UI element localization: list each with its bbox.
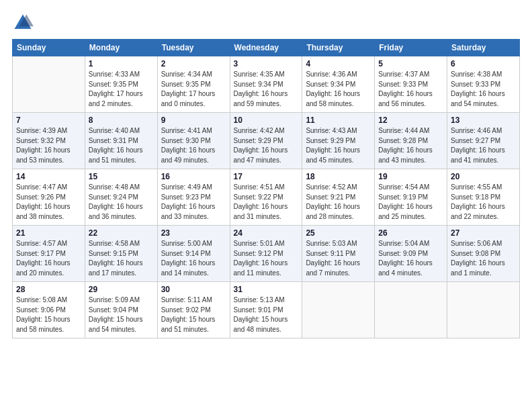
day-of-week-header: Monday bbox=[85, 40, 157, 56]
day-number: 2 bbox=[161, 59, 226, 68]
day-info: Sunrise: 5:04 AM Sunset: 9:09 PM Dayligh… bbox=[378, 239, 443, 278]
day-info: Sunrise: 4:51 AM Sunset: 9:22 PM Dayligh… bbox=[234, 183, 299, 222]
day-info: Sunrise: 4:41 AM Sunset: 9:30 PM Dayligh… bbox=[161, 126, 226, 165]
logo bbox=[12, 12, 36, 34]
day-of-week-header: Sunday bbox=[13, 40, 85, 56]
calendar-cell bbox=[302, 282, 375, 338]
calendar-week-row: 1Sunrise: 4:33 AM Sunset: 9:35 PM Daylig… bbox=[13, 56, 520, 113]
day-info: Sunrise: 5:09 AM Sunset: 9:04 PM Dayligh… bbox=[89, 295, 154, 334]
day-number: 4 bbox=[306, 59, 371, 68]
day-number: 13 bbox=[451, 116, 516, 125]
day-number: 31 bbox=[234, 285, 299, 294]
calendar-cell: 28Sunrise: 5:08 AM Sunset: 9:06 PM Dayli… bbox=[13, 282, 85, 338]
day-number: 20 bbox=[451, 172, 516, 181]
calendar-cell: 13Sunrise: 4:46 AM Sunset: 9:27 PM Dayli… bbox=[447, 113, 520, 169]
day-number: 5 bbox=[378, 59, 443, 68]
day-info: Sunrise: 5:01 AM Sunset: 9:12 PM Dayligh… bbox=[234, 239, 299, 278]
day-info: Sunrise: 4:57 AM Sunset: 9:17 PM Dayligh… bbox=[16, 239, 81, 278]
day-info: Sunrise: 5:13 AM Sunset: 9:01 PM Dayligh… bbox=[234, 295, 299, 334]
calendar-cell: 26Sunrise: 5:04 AM Sunset: 9:09 PM Dayli… bbox=[375, 226, 447, 282]
day-number: 25 bbox=[306, 228, 371, 238]
calendar-cell: 10Sunrise: 4:42 AM Sunset: 9:29 PM Dayli… bbox=[230, 113, 302, 169]
calendar-cell: 3Sunrise: 4:35 AM Sunset: 9:34 PM Daylig… bbox=[230, 56, 302, 113]
calendar-cell: 16Sunrise: 4:49 AM Sunset: 9:23 PM Dayli… bbox=[157, 169, 230, 226]
calendar-header-row: SundayMondayTuesdayWednesdayThursdayFrid… bbox=[13, 40, 520, 56]
day-info: Sunrise: 5:08 AM Sunset: 9:06 PM Dayligh… bbox=[16, 295, 81, 334]
day-number: 27 bbox=[451, 228, 516, 238]
day-number: 24 bbox=[234, 228, 299, 238]
day-number: 30 bbox=[161, 285, 226, 294]
calendar-cell: 15Sunrise: 4:48 AM Sunset: 9:24 PM Dayli… bbox=[85, 169, 157, 226]
day-number: 3 bbox=[234, 59, 299, 68]
calendar-week-row: 21Sunrise: 4:57 AM Sunset: 9:17 PM Dayli… bbox=[13, 226, 520, 282]
day-info: Sunrise: 5:06 AM Sunset: 9:08 PM Dayligh… bbox=[451, 239, 516, 278]
day-info: Sunrise: 4:54 AM Sunset: 9:19 PM Dayligh… bbox=[378, 183, 443, 222]
day-number: 23 bbox=[161, 228, 226, 238]
calendar-cell: 23Sunrise: 5:00 AM Sunset: 9:14 PM Dayli… bbox=[157, 226, 230, 282]
day-info: Sunrise: 4:52 AM Sunset: 9:21 PM Dayligh… bbox=[306, 183, 371, 222]
day-info: Sunrise: 4:38 AM Sunset: 9:33 PM Dayligh… bbox=[451, 70, 516, 109]
day-number: 7 bbox=[16, 116, 81, 125]
day-number: 17 bbox=[234, 172, 299, 181]
calendar-cell: 25Sunrise: 5:03 AM Sunset: 9:11 PM Dayli… bbox=[302, 226, 375, 282]
calendar-week-row: 7Sunrise: 4:39 AM Sunset: 9:32 PM Daylig… bbox=[13, 113, 520, 169]
calendar-table: SundayMondayTuesdayWednesdayThursdayFrid… bbox=[12, 39, 520, 338]
calendar-cell: 14Sunrise: 4:47 AM Sunset: 9:26 PM Dayli… bbox=[13, 169, 85, 226]
day-info: Sunrise: 4:35 AM Sunset: 9:34 PM Dayligh… bbox=[234, 70, 299, 109]
day-number: 10 bbox=[234, 116, 299, 125]
day-info: Sunrise: 4:43 AM Sunset: 9:29 PM Dayligh… bbox=[306, 126, 371, 165]
day-number: 22 bbox=[89, 228, 154, 238]
day-number: 15 bbox=[89, 172, 154, 181]
calendar-week-row: 28Sunrise: 5:08 AM Sunset: 9:06 PM Dayli… bbox=[13, 282, 520, 338]
day-number: 29 bbox=[89, 285, 154, 294]
calendar-week-row: 14Sunrise: 4:47 AM Sunset: 9:26 PM Dayli… bbox=[13, 169, 520, 226]
header bbox=[12, 12, 520, 34]
calendar-cell: 20Sunrise: 4:55 AM Sunset: 9:18 PM Dayli… bbox=[447, 169, 520, 226]
day-number: 9 bbox=[161, 116, 226, 125]
calendar-cell: 8Sunrise: 4:40 AM Sunset: 9:31 PM Daylig… bbox=[85, 113, 157, 169]
day-number: 12 bbox=[378, 116, 443, 125]
calendar-cell: 6Sunrise: 4:38 AM Sunset: 9:33 PM Daylig… bbox=[447, 56, 520, 113]
day-number: 18 bbox=[306, 172, 371, 181]
calendar-cell: 31Sunrise: 5:13 AM Sunset: 9:01 PM Dayli… bbox=[230, 282, 302, 338]
day-info: Sunrise: 4:40 AM Sunset: 9:31 PM Dayligh… bbox=[89, 126, 154, 165]
calendar-cell: 21Sunrise: 4:57 AM Sunset: 9:17 PM Dayli… bbox=[13, 226, 85, 282]
day-of-week-header: Thursday bbox=[302, 40, 375, 56]
day-number: 1 bbox=[89, 59, 154, 68]
calendar-cell: 2Sunrise: 4:34 AM Sunset: 9:35 PM Daylig… bbox=[157, 56, 230, 113]
calendar-cell: 22Sunrise: 4:58 AM Sunset: 9:15 PM Dayli… bbox=[85, 226, 157, 282]
day-info: Sunrise: 5:11 AM Sunset: 9:02 PM Dayligh… bbox=[161, 295, 226, 334]
day-number: 26 bbox=[378, 228, 443, 238]
calendar-cell: 12Sunrise: 4:44 AM Sunset: 9:28 PM Dayli… bbox=[375, 113, 447, 169]
day-info: Sunrise: 4:33 AM Sunset: 9:35 PM Dayligh… bbox=[89, 70, 154, 109]
calendar-cell: 29Sunrise: 5:09 AM Sunset: 9:04 PM Dayli… bbox=[85, 282, 157, 338]
day-number: 21 bbox=[16, 228, 81, 238]
calendar-cell: 19Sunrise: 4:54 AM Sunset: 9:19 PM Dayli… bbox=[375, 169, 447, 226]
day-of-week-header: Saturday bbox=[447, 40, 520, 56]
day-info: Sunrise: 4:58 AM Sunset: 9:15 PM Dayligh… bbox=[89, 239, 154, 278]
day-info: Sunrise: 4:47 AM Sunset: 9:26 PM Dayligh… bbox=[16, 183, 81, 222]
calendar-cell: 11Sunrise: 4:43 AM Sunset: 9:29 PM Dayli… bbox=[302, 113, 375, 169]
calendar-cell: 18Sunrise: 4:52 AM Sunset: 9:21 PM Dayli… bbox=[302, 169, 375, 226]
calendar-cell: 1Sunrise: 4:33 AM Sunset: 9:35 PM Daylig… bbox=[85, 56, 157, 113]
calendar-cell: 17Sunrise: 4:51 AM Sunset: 9:22 PM Dayli… bbox=[230, 169, 302, 226]
day-info: Sunrise: 4:49 AM Sunset: 9:23 PM Dayligh… bbox=[161, 183, 226, 222]
day-of-week-header: Friday bbox=[375, 40, 447, 56]
calendar-cell bbox=[447, 282, 520, 338]
day-number: 8 bbox=[89, 116, 154, 125]
day-info: Sunrise: 4:36 AM Sunset: 9:34 PM Dayligh… bbox=[306, 70, 371, 109]
day-info: Sunrise: 4:34 AM Sunset: 9:35 PM Dayligh… bbox=[161, 70, 226, 109]
day-number: 19 bbox=[378, 172, 443, 181]
page: SundayMondayTuesdayWednesdayThursdayFrid… bbox=[0, 0, 532, 411]
day-info: Sunrise: 4:55 AM Sunset: 9:18 PM Dayligh… bbox=[451, 183, 516, 222]
day-of-week-header: Wednesday bbox=[230, 40, 302, 56]
calendar-cell bbox=[375, 282, 447, 338]
calendar-cell: 24Sunrise: 5:01 AM Sunset: 9:12 PM Dayli… bbox=[230, 226, 302, 282]
day-number: 11 bbox=[306, 116, 371, 125]
day-number: 16 bbox=[161, 172, 226, 181]
day-info: Sunrise: 5:00 AM Sunset: 9:14 PM Dayligh… bbox=[161, 239, 226, 278]
day-info: Sunrise: 4:42 AM Sunset: 9:29 PM Dayligh… bbox=[234, 126, 299, 165]
calendar-cell: 4Sunrise: 4:36 AM Sunset: 9:34 PM Daylig… bbox=[302, 56, 375, 113]
calendar-cell: 5Sunrise: 4:37 AM Sunset: 9:33 PM Daylig… bbox=[375, 56, 447, 113]
calendar-cell: 27Sunrise: 5:06 AM Sunset: 9:08 PM Dayli… bbox=[447, 226, 520, 282]
